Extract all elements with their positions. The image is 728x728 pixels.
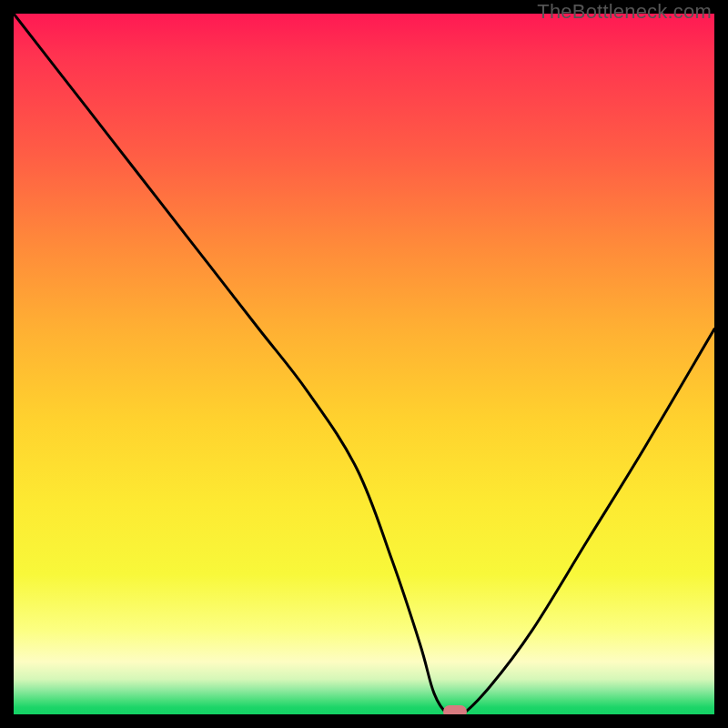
bottleneck-curve — [14, 14, 714, 714]
chart-frame: TheBottleneck.com — [0, 0, 728, 728]
watermark-label: TheBottleneck.com — [537, 0, 712, 24]
optimal-point-marker — [443, 705, 467, 714]
plot-area — [14, 14, 714, 714]
